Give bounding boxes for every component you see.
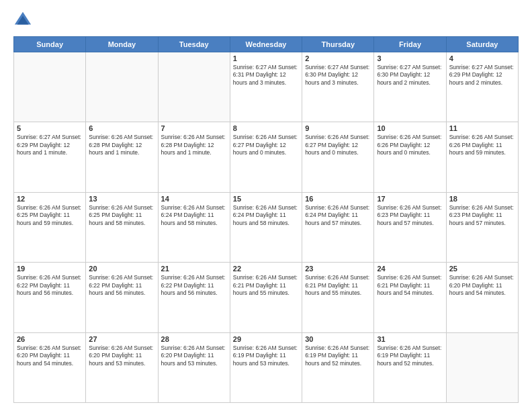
day-info: Sunrise: 6:26 AM Sunset: 6:27 PM Dayligh… (305, 134, 371, 156)
day-number: 9 (305, 124, 371, 132)
week-row-2: 5Sunrise: 6:27 AM Sunset: 6:29 PM Daylig… (14, 122, 519, 192)
day-cell: 12Sunrise: 6:26 AM Sunset: 6:25 PM Dayli… (14, 192, 86, 262)
day-number: 18 (449, 195, 515, 203)
day-cell: 23Sunrise: 6:26 AM Sunset: 6:21 PM Dayli… (302, 263, 374, 332)
day-info: Sunrise: 6:26 AM Sunset: 6:26 PM Dayligh… (449, 134, 515, 156)
day-number: 3 (377, 54, 443, 62)
day-cell: 7Sunrise: 6:26 AM Sunset: 6:28 PM Daylig… (158, 122, 230, 192)
day-cell (158, 52, 230, 122)
weekday-header-sunday: Sunday (14, 37, 86, 52)
logo-icon (13, 11, 32, 30)
day-cell: 10Sunrise: 6:26 AM Sunset: 6:26 PM Dayli… (374, 122, 446, 192)
day-info: Sunrise: 6:26 AM Sunset: 6:27 PM Dayligh… (233, 134, 299, 156)
day-info: Sunrise: 6:26 AM Sunset: 6:21 PM Dayligh… (233, 274, 299, 297)
day-number: 5 (17, 124, 83, 132)
day-cell: 25Sunrise: 6:26 AM Sunset: 6:20 PM Dayli… (446, 263, 518, 332)
day-number: 17 (377, 195, 443, 203)
day-number: 30 (305, 335, 371, 343)
day-info: Sunrise: 6:26 AM Sunset: 6:24 PM Dayligh… (161, 204, 227, 227)
day-cell: 26Sunrise: 6:26 AM Sunset: 6:20 PM Dayli… (14, 332, 86, 402)
day-info: Sunrise: 6:26 AM Sunset: 6:28 PM Dayligh… (161, 134, 227, 156)
day-number: 29 (233, 335, 299, 343)
day-cell: 24Sunrise: 6:26 AM Sunset: 6:21 PM Dayli… (374, 263, 446, 332)
day-info: Sunrise: 6:26 AM Sunset: 6:19 PM Dayligh… (233, 345, 299, 367)
day-cell: 30Sunrise: 6:26 AM Sunset: 6:19 PM Dayli… (302, 332, 374, 402)
day-number: 12 (17, 195, 83, 203)
day-cell: 20Sunrise: 6:26 AM Sunset: 6:22 PM Dayli… (86, 263, 158, 332)
day-info: Sunrise: 6:26 AM Sunset: 6:23 PM Dayligh… (377, 204, 443, 227)
day-number: 26 (17, 335, 83, 343)
day-info: Sunrise: 6:26 AM Sunset: 6:26 PM Dayligh… (377, 134, 443, 156)
day-cell: 8Sunrise: 6:26 AM Sunset: 6:27 PM Daylig… (230, 122, 302, 192)
day-cell: 4Sunrise: 6:27 AM Sunset: 6:29 PM Daylig… (446, 52, 518, 122)
day-info: Sunrise: 6:27 AM Sunset: 6:31 PM Dayligh… (233, 64, 299, 87)
day-cell: 21Sunrise: 6:26 AM Sunset: 6:22 PM Dayli… (158, 263, 230, 332)
day-cell: 16Sunrise: 6:26 AM Sunset: 6:24 PM Dayli… (302, 192, 374, 262)
weekday-header-tuesday: Tuesday (158, 37, 230, 52)
day-cell: 18Sunrise: 6:26 AM Sunset: 6:23 PM Dayli… (446, 192, 518, 262)
day-number: 14 (161, 195, 227, 203)
day-number: 1 (233, 54, 299, 62)
day-info: Sunrise: 6:26 AM Sunset: 6:22 PM Dayligh… (161, 274, 227, 297)
weekday-header-friday: Friday (374, 37, 446, 52)
day-cell: 22Sunrise: 6:26 AM Sunset: 6:21 PM Dayli… (230, 263, 302, 332)
day-info: Sunrise: 6:26 AM Sunset: 6:19 PM Dayligh… (305, 345, 371, 367)
day-number: 15 (233, 195, 299, 203)
day-cell: 28Sunrise: 6:26 AM Sunset: 6:20 PM Dayli… (158, 332, 230, 402)
day-info: Sunrise: 6:26 AM Sunset: 6:19 PM Dayligh… (377, 345, 443, 367)
day-cell: 27Sunrise: 6:26 AM Sunset: 6:20 PM Dayli… (86, 332, 158, 402)
logo (13, 11, 35, 30)
day-info: Sunrise: 6:26 AM Sunset: 6:21 PM Dayligh… (305, 274, 371, 297)
day-info: Sunrise: 6:26 AM Sunset: 6:20 PM Dayligh… (161, 345, 227, 367)
day-info: Sunrise: 6:26 AM Sunset: 6:24 PM Dayligh… (233, 204, 299, 227)
day-cell: 19Sunrise: 6:26 AM Sunset: 6:22 PM Dayli… (14, 263, 86, 332)
week-row-3: 12Sunrise: 6:26 AM Sunset: 6:25 PM Dayli… (14, 192, 519, 262)
day-info: Sunrise: 6:27 AM Sunset: 6:29 PM Dayligh… (449, 64, 515, 87)
day-cell (14, 52, 86, 122)
day-cell: 3Sunrise: 6:27 AM Sunset: 6:30 PM Daylig… (374, 52, 446, 122)
page: SundayMondayTuesdayWednesdayThursdayFrid… (0, 0, 532, 411)
day-cell: 1Sunrise: 6:27 AM Sunset: 6:31 PM Daylig… (230, 52, 302, 122)
day-cell: 14Sunrise: 6:26 AM Sunset: 6:24 PM Dayli… (158, 192, 230, 262)
day-number: 11 (449, 124, 515, 132)
day-info: Sunrise: 6:26 AM Sunset: 6:20 PM Dayligh… (89, 345, 154, 367)
day-cell: 15Sunrise: 6:26 AM Sunset: 6:24 PM Dayli… (230, 192, 302, 262)
day-info: Sunrise: 6:27 AM Sunset: 6:30 PM Dayligh… (305, 64, 371, 87)
day-info: Sunrise: 6:26 AM Sunset: 6:28 PM Dayligh… (89, 134, 154, 156)
day-cell: 5Sunrise: 6:27 AM Sunset: 6:29 PM Daylig… (14, 122, 86, 192)
day-number: 8 (233, 124, 299, 132)
day-number: 19 (17, 265, 83, 273)
week-row-1: 1Sunrise: 6:27 AM Sunset: 6:31 PM Daylig… (14, 52, 519, 122)
day-number: 13 (89, 195, 154, 203)
weekday-header-thursday: Thursday (302, 37, 374, 52)
day-cell: 31Sunrise: 6:26 AM Sunset: 6:19 PM Dayli… (374, 332, 446, 402)
day-number: 22 (233, 265, 299, 273)
day-number: 2 (305, 54, 371, 62)
day-cell: 29Sunrise: 6:26 AM Sunset: 6:19 PM Dayli… (230, 332, 302, 402)
day-info: Sunrise: 6:26 AM Sunset: 6:20 PM Dayligh… (17, 345, 83, 367)
day-number: 25 (449, 265, 515, 273)
day-number: 6 (89, 124, 154, 132)
week-row-5: 26Sunrise: 6:26 AM Sunset: 6:20 PM Dayli… (14, 332, 519, 402)
day-number: 27 (89, 335, 154, 343)
day-cell (86, 52, 158, 122)
day-number: 20 (89, 265, 154, 273)
day-cell: 11Sunrise: 6:26 AM Sunset: 6:26 PM Dayli… (446, 122, 518, 192)
day-number: 21 (161, 265, 227, 273)
day-info: Sunrise: 6:27 AM Sunset: 6:30 PM Dayligh… (377, 64, 443, 87)
header (13, 11, 519, 30)
day-number: 31 (377, 335, 443, 343)
day-cell: 2Sunrise: 6:27 AM Sunset: 6:30 PM Daylig… (302, 52, 374, 122)
day-number: 10 (377, 124, 443, 132)
day-info: Sunrise: 6:26 AM Sunset: 6:24 PM Dayligh… (305, 204, 371, 227)
day-number: 4 (449, 54, 515, 62)
day-cell (446, 332, 518, 402)
day-info: Sunrise: 6:26 AM Sunset: 6:22 PM Dayligh… (89, 274, 154, 297)
day-info: Sunrise: 6:26 AM Sunset: 6:21 PM Dayligh… (377, 274, 443, 297)
day-number: 16 (305, 195, 371, 203)
day-cell: 6Sunrise: 6:26 AM Sunset: 6:28 PM Daylig… (86, 122, 158, 192)
weekday-header-row: SundayMondayTuesdayWednesdayThursdayFrid… (14, 37, 519, 52)
day-info: Sunrise: 6:27 AM Sunset: 6:29 PM Dayligh… (17, 134, 83, 156)
weekday-header-monday: Monday (86, 37, 158, 52)
day-info: Sunrise: 6:26 AM Sunset: 6:22 PM Dayligh… (17, 274, 83, 297)
